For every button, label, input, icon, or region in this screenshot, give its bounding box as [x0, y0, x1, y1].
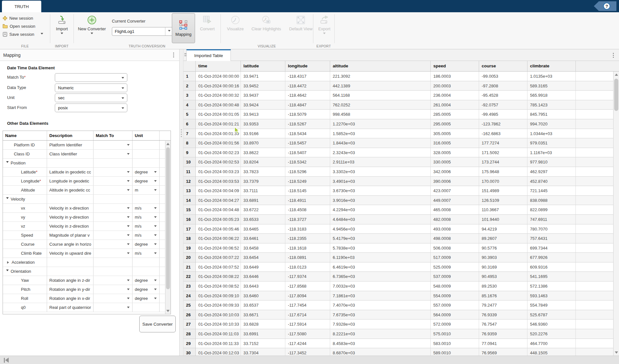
table-cell[interactable]: 33.6449 [241, 262, 285, 272]
table-cell[interactable]: 33.7152 [241, 339, 285, 349]
table-cell[interactable]: 7.9328e+03 [330, 320, 431, 329]
table-cell[interactable]: 200.0003 [431, 81, 479, 91]
new-session-button[interactable]: New session [3, 15, 33, 22]
tree-cell-unit[interactable]: m/s [133, 213, 160, 221]
table-cell[interactable]: 780.7070 [527, 224, 576, 234]
match-to-dropdown-icon[interactable] [127, 307, 130, 310]
unit-dropdown-icon[interactable] [154, 234, 157, 237]
tree-cell-unit[interactable]: degree [133, 168, 160, 176]
table-cell[interactable]: 33.8204 [241, 157, 285, 167]
table-cell[interactable]: -117.8568 [285, 281, 330, 291]
tree-row[interactable]: RollRotation angle in x-dirdegree [3, 294, 171, 303]
table-cell[interactable]: 33.9166 [241, 129, 285, 139]
table-cell[interactable]: -118.0123 [285, 262, 330, 272]
table-cell[interactable]: 565.9918 [527, 91, 576, 100]
unit-dropdown-icon[interactable] [154, 207, 157, 210]
table-cell[interactable]: 6.7365e+03 [330, 272, 431, 281]
row-number-cell[interactable]: 18 [183, 234, 196, 243]
tree-table-scrollbar[interactable] [165, 141, 171, 314]
table-cell[interactable]: -118.5434 [285, 129, 330, 139]
table-cell[interactable]: 90.3903 [479, 253, 527, 262]
tree-row[interactable]: Longitude*Longitude in geodeticdegree [3, 177, 171, 186]
table-cell[interactable]: 33.9471 [241, 72, 285, 81]
new-converter-button[interactable]: New Converter [75, 15, 108, 35]
table-cell[interactable]: 01-Oct-2024 00:00:48 [196, 100, 241, 110]
tree-cell-match-to[interactable] [93, 177, 133, 185]
table-cell[interactable]: -123.7862 [479, 119, 527, 129]
table-cell[interactable]: 01-Oct-2024 00:04:27 [196, 196, 241, 205]
tree-cell-unit[interactable]: degree [133, 240, 160, 249]
table-cell[interactable]: 85.1676 [479, 291, 527, 301]
table-cell[interactable]: 01-Oct-2024 00:08:22 [196, 272, 241, 281]
table-cell[interactable]: 4.2294e+03 [330, 205, 431, 215]
tree-cell-unit[interactable]: degree [133, 294, 160, 303]
table-cell[interactable]: 151.4989 [479, 186, 527, 196]
table-cell[interactable]: -118.4317 [285, 72, 330, 81]
table-vertical-scrollbar[interactable] [613, 72, 619, 356]
table-cell[interactable]: 677.9926 [527, 253, 576, 262]
table-cell[interactable]: 173.2744 [479, 157, 527, 167]
table-cell[interactable]: 33.7823 [241, 167, 285, 177]
row-number-cell[interactable]: 13 [183, 186, 196, 196]
table-cell[interactable]: 33.8970 [241, 138, 285, 148]
table-cell[interactable]: 998.4568 [330, 110, 431, 119]
table-cell[interactable]: 822.0899 [527, 205, 576, 215]
tree-cell-unit[interactable]: m/s [133, 249, 160, 258]
save-converter-button[interactable]: Save Converter [139, 316, 176, 332]
table-cell[interactable]: 110.3667 [479, 205, 527, 215]
scroll-down-icon[interactable] [166, 310, 170, 312]
export-button[interactable]: Export [315, 15, 334, 35]
table-cell[interactable]: 3.6730e+03 [330, 186, 431, 196]
table-cell[interactable]: -118.4508 [285, 205, 330, 215]
table-cell[interactable]: 01-Oct-2024 00:04:09 [196, 186, 241, 196]
tree-cell-match-to[interactable] [93, 276, 133, 285]
table-cell[interactable]: -117.8094 [285, 291, 330, 301]
table-cell[interactable]: 593.1463 [527, 291, 576, 301]
new-converter-dropdown-caret[interactable] [91, 33, 93, 35]
table-cell[interactable]: 79.2477 [479, 300, 527, 310]
table-cell[interactable]: 546.9360 [527, 320, 576, 329]
table-cell[interactable]: 7.6735e+03 [330, 310, 431, 320]
tree-row[interactable]: Orientation [3, 267, 171, 276]
table-cell[interactable]: 3.4901e+03 [330, 177, 431, 186]
table-cell[interactable]: 33.9353 [241, 119, 285, 129]
table-cell[interactable]: 498.0008 [431, 234, 479, 243]
table-cell[interactable]: -118.4472 [285, 81, 330, 91]
table-cell[interactable]: 33.6828 [241, 320, 285, 329]
tree-cell-match-to[interactable] [93, 141, 133, 149]
table-cell[interactable]: 462.9297 [527, 167, 576, 177]
table-cell[interactable]: 90.5776 [479, 243, 527, 253]
match-to-dropdown-icon[interactable] [127, 216, 130, 219]
table-cell[interactable]: 89.2530 [479, 281, 527, 291]
table-cell[interactable]: 328.0005 [431, 148, 479, 158]
collapse-panel-icon[interactable] [4, 358, 9, 363]
table-cell[interactable]: 1.8443e+03 [330, 138, 431, 148]
table-cell[interactable]: 506.0008 [431, 243, 479, 253]
table-cell[interactable]: 747.6911 [527, 215, 576, 224]
tree-row[interactable]: PitchRotation angle in y-dirdegree [3, 285, 171, 294]
table-cell[interactable]: 01-Oct-2024 00:07:22 [196, 253, 241, 262]
table-cell[interactable]: 423.0007 [431, 186, 479, 196]
tree-cell-unit[interactable]: degree [133, 285, 160, 294]
row-number-cell[interactable]: 24 [183, 291, 196, 301]
row-number-cell[interactable]: 8 [183, 138, 196, 148]
table-cell[interactable]: -118.1618 [285, 243, 330, 253]
scrollbar-thumb[interactable] [614, 79, 618, 111]
save-session-button[interactable]: Save session [3, 31, 43, 38]
table-cell[interactable]: 01-Oct-2024 00:00:16 [196, 81, 241, 91]
table-cell[interactable]: 90.4953 [479, 272, 527, 281]
table-cell[interactable]: 449.0007 [431, 196, 479, 205]
table-cell[interactable]: 589.3165 [527, 81, 576, 91]
table-cell[interactable]: 2.9111e+03 [330, 157, 431, 167]
table-cell[interactable]: 342.0006 [431, 167, 479, 177]
table-cell[interactable]: -92.0757 [479, 100, 527, 110]
table-cell[interactable]: 33.9437 [241, 91, 285, 100]
table-cell[interactable]: -118.5342 [285, 157, 330, 167]
table-cell[interactable]: 548.0009 [431, 281, 479, 291]
table-cell[interactable]: 33.9413 [241, 110, 285, 119]
table-cell[interactable]: -118.5296 [285, 167, 330, 177]
row-number-cell[interactable]: 22 [183, 272, 196, 281]
table-cell[interactable]: 01-Oct-2024 00:09:10 [196, 291, 241, 301]
table-cell[interactable]: 126.5109 [479, 196, 527, 205]
tree-cell-match-to[interactable] [93, 285, 133, 294]
